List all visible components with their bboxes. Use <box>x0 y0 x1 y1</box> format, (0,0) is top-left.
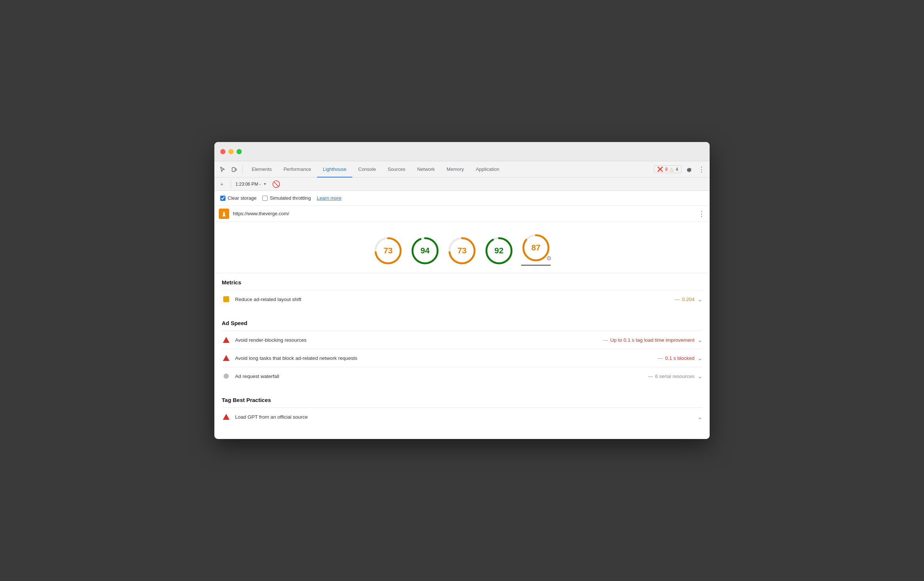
score-value-1: 73 <box>384 246 393 255</box>
audit-value-waterfall: 6 serial resources <box>655 374 695 379</box>
svg-rect-1 <box>236 169 236 170</box>
tab-elements[interactable]: Elements <box>246 161 277 177</box>
score-circle-2: 94 <box>410 236 440 265</box>
score-item-5[interactable]: 87 ⚙ <box>521 233 551 265</box>
score-value-3: 73 <box>457 246 467 255</box>
tab-performance[interactable]: Performance <box>277 161 317 177</box>
block-button[interactable]: 🚫 <box>272 180 280 188</box>
score-circle-5: 87 ⚙ <box>521 233 551 263</box>
circle-gray-icon <box>222 372 231 381</box>
score-value-2: 94 <box>421 246 429 255</box>
minimize-button[interactable] <box>228 149 234 154</box>
audit-value-long-tasks: 0.1 s blocked <box>665 356 695 361</box>
close-button[interactable] <box>220 149 226 154</box>
square-icon <box>222 295 231 304</box>
audit-text-load-gpt: Load GPT from an official source <box>235 414 695 420</box>
devtools-window: Elements Performance Lighthouse Console … <box>214 142 710 439</box>
tab-lighthouse[interactable]: Lighthouse <box>317 161 353 177</box>
traffic-lights <box>220 149 242 154</box>
tag-best-practices-title: Tag Best Practices <box>222 397 702 403</box>
secondary-toolbar: + 1:23:06 PM - ▾ 🚫 <box>214 177 710 191</box>
audit-text-layout-shift: Reduce ad-related layout shift <box>235 296 673 302</box>
simulated-throttling-label[interactable]: Simulated throttling <box>262 195 311 201</box>
audit-text-long-tasks: Avoid long tasks that block ad-related n… <box>235 356 656 361</box>
metrics-section: Metrics Reduce ad-related layout shift —… <box>214 273 710 314</box>
audit-value-layout-shift: 0.204 <box>682 296 695 302</box>
url-more-button[interactable]: ⋮ <box>698 210 705 218</box>
score-value-4: 92 <box>495 246 503 255</box>
clear-storage-checkbox[interactable] <box>220 195 226 201</box>
audit-value-render-blocking: Up to 0.1 s tag load time improvement <box>610 337 695 343</box>
svg-rect-0 <box>232 167 235 172</box>
ad-speed-title: Ad Speed <box>222 320 702 326</box>
toolbar-right: ❌ 8 △ 4 ⋮ <box>654 164 707 175</box>
chevron-down-icon-4: ⌄ <box>698 373 702 380</box>
maximize-button[interactable] <box>236 149 242 154</box>
titlebar <box>214 142 710 161</box>
content-area: 73 94 <box>214 222 710 439</box>
audit-load-gpt[interactable]: Load GPT from an official source ⌄ <box>222 407 702 426</box>
scores-row: 73 94 <box>214 229 710 273</box>
learn-more-link[interactable]: Learn more <box>317 195 341 201</box>
audit-reduce-layout-shift[interactable]: Reduce ad-related layout shift — 0.204 ⌄ <box>222 290 702 308</box>
cursor-icon-button[interactable] <box>217 164 228 175</box>
simulated-throttling-checkbox[interactable] <box>262 195 267 201</box>
plugin-icon: ⚙ <box>546 255 551 262</box>
score-circle-1: 73 <box>373 236 403 265</box>
chevron-down-icon-2: ⌄ <box>698 336 702 344</box>
devtools-toolbar: Elements Performance Lighthouse Console … <box>214 161 710 177</box>
audit-render-blocking[interactable]: Avoid render-blocking resources — Up to … <box>222 331 702 349</box>
triangle-icon-3 <box>222 412 231 421</box>
time-display: 1:23:06 PM - <box>236 182 261 187</box>
tab-application[interactable]: Application <box>470 161 505 177</box>
chevron-down-icon-5: ⌄ <box>698 414 702 420</box>
tab-network[interactable]: Network <box>411 161 441 177</box>
more-options-button[interactable]: ⋮ <box>696 164 707 175</box>
device-icon-button[interactable] <box>229 164 239 175</box>
chevron-down-icon: ⌄ <box>698 296 702 303</box>
error-warning-badge[interactable]: ❌ 8 △ 4 <box>654 165 681 173</box>
settings-button[interactable] <box>684 164 694 175</box>
triangle-icon-1 <box>222 336 231 344</box>
score-value-5: 87 <box>531 243 540 253</box>
score-circle-3: 73 <box>447 236 477 265</box>
metrics-title: Metrics <box>222 279 702 285</box>
score-circle-4: 92 <box>484 236 514 265</box>
chevron-down-icon-3: ⌄ <box>698 355 702 362</box>
triangle-icon-2 <box>222 354 231 363</box>
tab-memory[interactable]: Memory <box>441 161 470 177</box>
add-button[interactable]: + <box>217 180 226 189</box>
audit-long-tasks[interactable]: Avoid long tasks that block ad-related n… <box>222 349 702 367</box>
tab-sources[interactable]: Sources <box>382 161 411 177</box>
ad-speed-section: Ad Speed Avoid render-blocking resources… <box>214 314 710 391</box>
tag-best-practices-section: Tag Best Practices Load GPT from an offi… <box>214 391 710 432</box>
options-bar: Clear storage Simulated throttling Learn… <box>214 191 710 205</box>
score-item-1[interactable]: 73 <box>373 236 403 265</box>
clear-storage-label[interactable]: Clear storage <box>220 195 256 201</box>
score-item-4[interactable]: 92 <box>484 236 514 265</box>
tab-console[interactable]: Console <box>352 161 382 177</box>
score-item-2[interactable]: 94 <box>410 236 440 265</box>
audit-text-render-blocking: Avoid render-blocking resources <box>235 337 601 343</box>
audit-waterfall[interactable]: Ad request waterfall — 6 serial resource… <box>222 367 702 385</box>
sec-divider <box>231 180 231 189</box>
score-item-3[interactable]: 73 <box>447 236 477 265</box>
toolbar-divider <box>243 165 243 174</box>
lighthouse-icon <box>219 209 229 219</box>
tabs-container: Elements Performance Lighthouse Console … <box>246 161 652 177</box>
url-bar: https://www.theverge.com/ ⋮ <box>214 205 710 222</box>
url-text: https://www.theverge.com/ <box>233 211 695 216</box>
audit-text-waterfall: Ad request waterfall <box>235 374 646 379</box>
time-dropdown[interactable]: ▾ <box>264 182 266 186</box>
